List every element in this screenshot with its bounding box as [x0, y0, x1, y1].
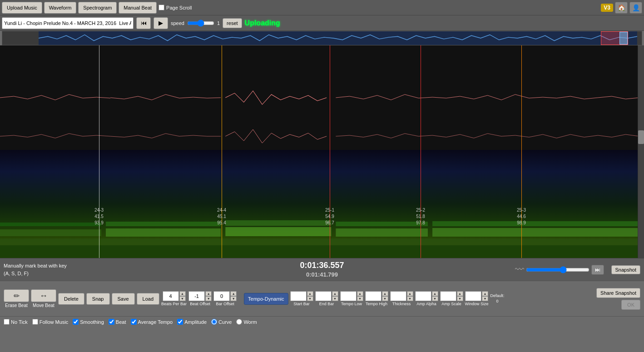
tempo-high-input: ▲ ▼	[365, 291, 388, 301]
top-right-icons: V3 🏠 👤	[601, 2, 642, 14]
right-scrollbar[interactable]	[638, 45, 644, 258]
snap-button[interactable]: Snap	[86, 293, 110, 305]
svg-rect-14	[0, 245, 644, 258]
thickness-arrows: ▲ ▼	[407, 291, 413, 301]
thickness-up[interactable]: ▲	[407, 291, 413, 296]
start-bar-up[interactable]: ▲	[307, 291, 313, 296]
curve-radio[interactable]	[211, 319, 217, 325]
beat-label-24-4: 24-4 45.1 95.4	[217, 207, 226, 226]
bar-offset-down[interactable]: ▼	[230, 296, 237, 301]
upload-music-button[interactable]: Upload Music	[2, 2, 42, 14]
share-snapshot-button[interactable]: Share Snapshot	[596, 288, 640, 298]
bar-offset-arrows: ▲ ▼	[230, 291, 237, 301]
tempo-low-field[interactable]	[340, 291, 357, 301]
tempo-dynamic-button[interactable]: Tempo-Dynamic	[244, 293, 288, 305]
tempo-high-field[interactable]	[365, 291, 381, 301]
curve-radio-label[interactable]: Curve	[211, 319, 232, 325]
skip-button[interactable]: ⏭	[591, 265, 604, 275]
main-area[interactable]: 24-3 41.5 93.9 24-4 45.1 95.4 25-1 54.9 …	[0, 45, 644, 258]
waveform-viewport[interactable]	[601, 31, 628, 45]
volume-slider[interactable]	[526, 266, 590, 273]
beat-controls: ✏ Erase Beat ↔ Move Beat Delete Snap Sav…	[0, 281, 644, 316]
tempo-high-down[interactable]: ▼	[382, 296, 388, 301]
beat-offset-field[interactable]	[188, 291, 205, 301]
start-bar-down[interactable]: ▼	[307, 296, 313, 301]
amplitude-label[interactable]: Amplitude	[177, 319, 207, 325]
follow-music-checkbox[interactable]	[32, 319, 38, 325]
no-tick-checkbox[interactable]	[4, 319, 10, 325]
beats-per-bar-up[interactable]: ▲	[179, 291, 186, 296]
end-bar-up[interactable]: ▲	[332, 291, 338, 296]
beat-offset-down[interactable]: ▼	[205, 296, 212, 301]
svg-rect-10	[225, 227, 331, 236]
time-display: 0:01:36.557 0:01:41.799	[300, 260, 344, 278]
keys-text: (A, S, D, F)	[4, 270, 67, 278]
average-tempo-checkbox[interactable]	[131, 319, 137, 325]
bar-offset-input: ▲ ▼	[213, 291, 237, 301]
reset-button[interactable]: reset	[223, 18, 242, 28]
amp-scale-arrows: ▲ ▼	[457, 291, 463, 301]
beats-per-bar-down[interactable]: ▼	[179, 296, 186, 301]
amp-scale-input: ▲ ▼	[440, 291, 463, 301]
amp-scale-up[interactable]: ▲	[457, 291, 463, 296]
scrollbar-thumb[interactable]	[638, 130, 644, 144]
rewind-button[interactable]: ⏮	[136, 17, 151, 29]
move-beat-button[interactable]: ↔	[31, 289, 56, 302]
delete-button[interactable]: Delete	[58, 293, 84, 305]
amp-alpha-down[interactable]: ▼	[432, 296, 438, 301]
amp-alpha-field[interactable]	[415, 291, 431, 301]
worm-radio[interactable]	[236, 319, 242, 325]
tempo-low-down[interactable]: ▼	[357, 296, 363, 301]
amp-alpha-group: ▲ ▼ Amp Alpha	[415, 291, 438, 307]
speed-slider[interactable]	[187, 20, 214, 27]
waveform-overview[interactable]	[2, 31, 642, 45]
svg-rect-3	[0, 223, 101, 226]
amp-alpha-up[interactable]: ▲	[432, 291, 438, 296]
home-button[interactable]: 🏠	[615, 2, 628, 14]
snapshot-button[interactable]: Snapshot	[611, 265, 640, 274]
manual-beat-button[interactable]: Manual Beat	[119, 2, 157, 14]
follow-music-label[interactable]: Follow Music	[32, 319, 69, 325]
tempo-high-up[interactable]: ▲	[382, 291, 388, 296]
smoothing-checkbox[interactable]	[73, 319, 79, 325]
beats-per-bar-field[interactable]	[163, 291, 179, 301]
beat-controls-inner: ✏ Erase Beat ↔ Move Beat Delete Snap Sav…	[4, 288, 640, 310]
svg-rect-6	[336, 222, 428, 226]
page-scroll-checkbox[interactable]	[159, 5, 164, 10]
start-bar-label: Start Bar	[293, 302, 310, 306]
save-button[interactable]: Save	[112, 293, 135, 305]
window-size-up[interactable]: ▲	[482, 291, 488, 296]
user-button[interactable]: 👤	[629, 2, 642, 14]
time-secondary: 0:01:41.799	[300, 271, 344, 279]
thickness-down[interactable]: ▼	[407, 296, 413, 301]
spectrogram-button[interactable]: Spectrogram	[78, 2, 117, 14]
amp-scale-down[interactable]: ▼	[457, 296, 463, 301]
load-button[interactable]: Load	[137, 293, 159, 305]
beat-checkbox[interactable]	[109, 319, 114, 325]
beat-offset-up[interactable]: ▲	[205, 291, 212, 296]
track-name-input[interactable]	[2, 17, 134, 29]
beat-label-24-3: 24-3 41.5 93.9	[94, 207, 104, 226]
thickness-field[interactable]	[390, 291, 406, 301]
window-size-field[interactable]	[465, 291, 481, 301]
bar-offset-up[interactable]: ▲	[230, 291, 237, 296]
amp-scale-field[interactable]	[440, 291, 456, 301]
smoothing-label[interactable]: Smoothing	[73, 319, 104, 325]
worm-radio-label[interactable]: Worm	[236, 319, 257, 325]
end-bar-down[interactable]: ▼	[332, 296, 338, 301]
no-tick-label[interactable]: No Tick	[4, 319, 28, 325]
tempo-high-group: ▲ ▼ Tempo High	[365, 291, 388, 307]
bar-offset-field[interactable]	[213, 291, 230, 301]
end-bar-field[interactable]	[315, 291, 332, 301]
amplitude-checkbox[interactable]	[177, 319, 183, 325]
start-bar-field[interactable]	[290, 291, 307, 301]
erase-beat-button[interactable]: ✏	[4, 289, 29, 302]
window-size-down[interactable]: ▼	[482, 296, 488, 301]
beat-label[interactable]: Beat	[109, 319, 126, 325]
average-tempo-label[interactable]: Average Tempo	[131, 319, 173, 325]
play-button[interactable]: ▶	[154, 17, 168, 29]
ok-button[interactable]: OK	[621, 300, 640, 310]
waveform-button[interactable]: Waveform	[44, 2, 77, 14]
second-toolbar: ⏮ ▶ speed 1 reset Uploading	[0, 15, 644, 31]
tempo-low-up[interactable]: ▲	[357, 291, 363, 296]
